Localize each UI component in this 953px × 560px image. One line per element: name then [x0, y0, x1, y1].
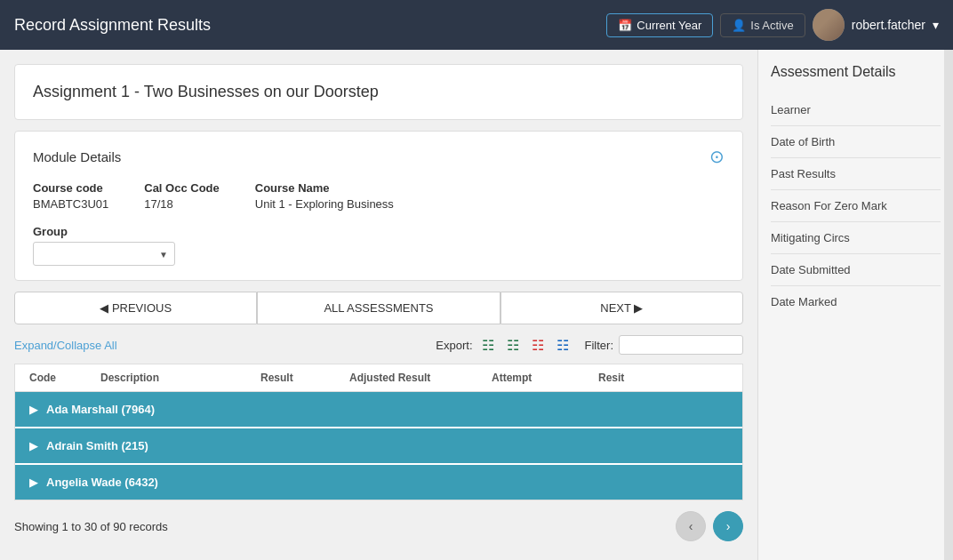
course-code-label: Course code [33, 181, 108, 195]
all-assessments-tab[interactable]: ALL ASSESSMENTS [257, 292, 500, 324]
table-row[interactable]: ▶ Angelia Wade (6432) [15, 465, 742, 500]
sidebar-content: Assessment Details Learner Date of Birth… [758, 50, 953, 332]
col-description: Description [100, 372, 260, 384]
pagination-info: Showing 1 to 30 of 90 records [14, 520, 168, 533]
learner-name-1: Adrain Smith (215) [46, 439, 148, 452]
group-label: Group [33, 225, 725, 238]
sidebar-item-mitigating-circs[interactable]: Mitigating Circs [771, 222, 941, 254]
sidebar-item-learner[interactable]: Learner [771, 94, 941, 126]
group-select[interactable] [33, 242, 175, 266]
main-content: Assignment 1 - Two Businesses on our Doo… [0, 50, 757, 560]
col-attempt: Attempt [492, 372, 598, 384]
next-tab[interactable]: NEXT ▶ [501, 292, 743, 324]
learner-name-0: Ada Marshall (7964) [46, 403, 155, 416]
export-xlsx-icon[interactable]: ☷ [503, 335, 523, 355]
course-name-field: Course Name Unit 1 - Exploring Business [255, 181, 394, 211]
assessment-navigation: ◀ PREVIOUS ALL ASSESSMENTS NEXT ▶ [14, 292, 743, 324]
course-code-field: Course code BMABTC3U01 [33, 181, 108, 211]
module-card: Module Details ⊙ Course code BMABTC3U01 … [14, 131, 743, 281]
filter-label: Filter: [585, 339, 614, 352]
export-word-icon[interactable]: ☷ [553, 335, 573, 355]
pagination-row: Showing 1 to 30 of 90 records ‹ › [14, 500, 743, 541]
table-header: Code Description Result Adjusted Result … [15, 364, 742, 392]
col-adjusted-result: Adjusted Result [349, 372, 492, 384]
sidebar-item-reason-for-zero-mark[interactable]: Reason For Zero Mark [771, 190, 941, 222]
assignment-card: Assignment 1 - Two Businesses on our Doo… [14, 64, 743, 120]
course-code-value: BMABTC3U01 [33, 197, 108, 211]
page-title: Record Assignment Results [14, 16, 211, 35]
table-row[interactable]: ▶ Ada Marshall (7964) [15, 392, 742, 428]
learner-name-2: Angelia Wade (6432) [46, 476, 158, 489]
chevron-down-icon: ▾ [933, 18, 939, 32]
previous-page-button[interactable]: ‹ [676, 511, 706, 541]
col-resit: Resit [598, 372, 669, 384]
export-section: Export: ☷ ☷ ☷ ☷ Filter: [436, 335, 743, 355]
group-select-wrapper [33, 242, 175, 266]
course-name-label: Course Name [255, 181, 394, 195]
previous-label: PREVIOUS [112, 301, 172, 315]
header-right: 📅 Current Year 👤 Is Active robert.fatche… [606, 9, 939, 41]
module-collapse-button[interactable]: ⊙ [709, 146, 725, 167]
user-icon: 👤 [732, 19, 746, 32]
sidebar-item-past-results[interactable]: Past Results [771, 158, 941, 190]
results-table: Code Description Result Adjusted Result … [14, 364, 743, 500]
export-pdf-icon[interactable]: ☷ [528, 335, 548, 355]
sidebar-item-date-submitted[interactable]: Date Submitted [771, 254, 941, 286]
is-active-label: Is Active [750, 19, 793, 32]
play-icon-0: ▶ [29, 404, 37, 416]
previous-tab[interactable]: ◀ PREVIOUS [14, 292, 257, 324]
main-layout: Assignment 1 - Two Businesses on our Doo… [0, 50, 953, 560]
cal-occ-code-label: Cal Occ Code [144, 181, 220, 195]
cal-occ-code-value: 17/18 [144, 197, 173, 211]
module-title: Module Details [33, 149, 121, 164]
user-menu[interactable]: robert.fatcher ▾ [813, 9, 939, 41]
play-icon-1: ▶ [29, 440, 37, 452]
current-year-button[interactable]: 📅 Current Year [606, 13, 713, 37]
course-name-value: Unit 1 - Exploring Business [255, 197, 394, 211]
sidebar: Assessment Details Learner Date of Birth… [757, 50, 953, 560]
play-icon-2: ▶ [29, 476, 37, 489]
group-row: Group [33, 225, 725, 266]
export-xls-icon[interactable]: ☷ [478, 335, 498, 355]
avatar [813, 9, 845, 41]
all-assessments-label: ALL ASSESSMENTS [324, 301, 433, 315]
next-label: NEXT [600, 301, 630, 315]
current-year-label: Current Year [637, 19, 701, 32]
module-fields: Course code BMABTC3U01 Cal Occ Code 17/1… [33, 181, 725, 211]
tools-row: Expand/Collapse All Export: ☷ ☷ ☷ ☷ Filt… [14, 335, 743, 355]
sidebar-item-date-marked[interactable]: Date Marked [771, 286, 941, 317]
col-result: Result [260, 372, 349, 384]
export-label: Export: [436, 339, 472, 352]
header: Record Assignment Results 📅 Current Year… [0, 0, 953, 50]
module-header: Module Details ⊙ [33, 146, 725, 167]
username-label: robert.fatcher [852, 18, 925, 32]
next-page-button[interactable]: › [713, 511, 743, 541]
col-code: Code [29, 372, 100, 384]
left-arrow-icon: ◀ [100, 301, 112, 315]
is-active-button[interactable]: 👤 Is Active [720, 13, 805, 37]
scrollbar[interactable] [944, 50, 953, 560]
right-arrow-icon: ▶ [634, 301, 643, 315]
assignment-title: Assignment 1 - Two Businesses on our Doo… [33, 83, 725, 101]
cal-occ-code-field: Cal Occ Code 17/18 [144, 181, 220, 211]
expand-collapse-link[interactable]: Expand/Collapse All [14, 339, 117, 352]
calendar-icon: 📅 [618, 19, 632, 32]
table-row[interactable]: ▶ Adrain Smith (215) [15, 428, 742, 465]
filter-input[interactable] [619, 335, 743, 355]
pagination-buttons: ‹ › [676, 511, 743, 541]
sidebar-item-date-of-birth[interactable]: Date of Birth [771, 126, 941, 158]
sidebar-heading: Assessment Details [771, 64, 941, 80]
